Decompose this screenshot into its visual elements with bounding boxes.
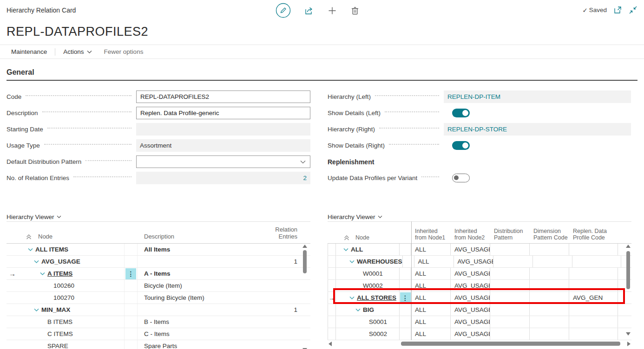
- node-cell[interactable]: 100260: [7, 280, 125, 291]
- description-cell[interactable]: Spare Parts: [138, 340, 257, 349]
- node-cell[interactable]: S0001: [336, 316, 400, 328]
- collapse-arrows-icon[interactable]: [629, 6, 637, 14]
- column-header-replen-data-profile-code[interactable]: Replen. Data Profile Code: [569, 228, 618, 241]
- inherited-node2-cell[interactable]: AVG_USAGE: [451, 304, 490, 316]
- column-header-inherited-node1[interactable]: Inherited from Node1: [411, 228, 451, 241]
- column-header-distribution-pattern[interactable]: Distribution Pattern: [490, 228, 530, 241]
- show-details-right-toggle[interactable]: [452, 141, 470, 150]
- table-row[interactable]: MIN_MAX1: [7, 304, 310, 316]
- node-cell[interactable]: ALL STORES: [336, 292, 400, 304]
- share-icon[interactable]: [304, 6, 314, 16]
- relation-entries-value[interactable]: 2: [136, 172, 310, 184]
- table-row[interactable]: ALL ITEMSAll Items: [7, 244, 310, 256]
- row-context-menu-button[interactable]: ⋮: [125, 268, 136, 279]
- table-row[interactable]: AVG_USAGE1: [7, 256, 310, 268]
- replen-data-profile-code-cell[interactable]: [572, 256, 621, 267]
- column-header-node[interactable]: Node: [355, 234, 369, 241]
- inherited-node2-cell[interactable]: AVG_USAGE: [451, 316, 490, 328]
- description-cell[interactable]: B - Items: [138, 316, 257, 328]
- node-label[interactable]: AVG_USAGE: [41, 258, 80, 265]
- table-row[interactable]: 100270Touring Bicycle (Item): [7, 292, 310, 304]
- row-context-menu-button[interactable]: ⋮: [400, 292, 411, 304]
- table-row[interactable]: W0002ALLAVG_USAGE: [328, 280, 631, 292]
- distribution-pattern-cell[interactable]: [490, 292, 530, 304]
- table-row[interactable]: W0001ALLAVG_USAGE: [328, 268, 631, 280]
- inherited-node1-cell[interactable]: ALL: [411, 280, 451, 291]
- node-label[interactable]: ALL: [351, 246, 363, 253]
- replen-data-profile-code-cell[interactable]: [569, 244, 618, 255]
- dropdown-caret-icon[interactable]: [300, 160, 306, 164]
- hierarchy-left-link[interactable]: REPLEN-DP-ITEM: [444, 90, 631, 103]
- inherited-node2-cell[interactable]: AVG_USAGE: [451, 292, 490, 304]
- edit-pencil-icon[interactable]: [276, 3, 291, 18]
- inherited-node2-cell[interactable]: AVG_USAGE: [451, 268, 490, 279]
- node-label[interactable]: B ITEMS: [47, 318, 72, 325]
- distribution-pattern-cell[interactable]: [490, 328, 530, 340]
- node-cell[interactable]: AVG_USAGE: [7, 256, 125, 267]
- node-label[interactable]: WAREHOUSES: [357, 258, 402, 265]
- inherited-node1-cell[interactable]: ALL: [411, 328, 451, 340]
- node-cell[interactable]: WAREHOUSES: [336, 256, 403, 267]
- description-cell[interactable]: [138, 304, 257, 316]
- scrollbar-thumb[interactable]: [626, 251, 630, 289]
- inherited-node1-cell[interactable]: ALL: [411, 244, 451, 255]
- tree-chevron-icon[interactable]: [355, 308, 361, 312]
- tree-chevron-icon[interactable]: [343, 248, 348, 252]
- general-heading[interactable]: General: [7, 68, 637, 81]
- collapse-all-icon[interactable]: [26, 234, 32, 240]
- description-input[interactable]: [136, 107, 310, 119]
- inherited-node2-cell[interactable]: AVG_USAGE: [451, 328, 490, 340]
- column-header-description[interactable]: Description: [138, 233, 257, 240]
- replen-data-profile-code-cell[interactable]: [569, 328, 618, 340]
- node-cell[interactable]: MIN_MAX: [7, 304, 125, 316]
- distribution-pattern-cell[interactable]: [490, 316, 530, 328]
- right-vertical-scrollbar[interactable]: [626, 244, 631, 336]
- dimension-pattern-code-cell[interactable]: [530, 304, 569, 316]
- scrollbar-thumb[interactable]: [401, 342, 620, 346]
- node-cell[interactable]: W0001: [336, 268, 400, 279]
- tree-chevron-icon[interactable]: [40, 272, 45, 276]
- column-header-dimension-pattern-code[interactable]: Dimension Pattern Code: [530, 228, 569, 241]
- dimension-pattern-code-cell[interactable]: [530, 328, 569, 340]
- tree-chevron-icon[interactable]: [34, 260, 39, 264]
- right-viewer-caption[interactable]: Hierarchy Viewer: [328, 212, 631, 221]
- menu-maintenance[interactable]: Maintenance: [11, 48, 47, 55]
- default-distribution-pattern-select[interactable]: [136, 155, 310, 168]
- delete-trash-icon[interactable]: [350, 6, 360, 16]
- inherited-node1-cell[interactable]: ALL: [414, 256, 454, 267]
- inherited-node1-cell[interactable]: ALL: [411, 292, 451, 304]
- tree-chevron-icon[interactable]: [349, 260, 355, 264]
- node-cell[interactable]: SPARE: [7, 340, 125, 349]
- dimension-pattern-code-cell[interactable]: [530, 292, 569, 304]
- node-cell[interactable]: BIG: [336, 304, 400, 316]
- node-cell[interactable]: ALL ITEMS: [7, 244, 125, 255]
- new-plus-icon[interactable]: [327, 6, 337, 16]
- node-label[interactable]: 100270: [53, 294, 74, 301]
- node-cell[interactable]: B ITEMS: [7, 316, 125, 328]
- replen-data-profile-code-cell[interactable]: [569, 268, 618, 279]
- node-label[interactable]: ALL STORES: [357, 294, 396, 301]
- update-data-profiles-toggle[interactable]: [452, 174, 470, 182]
- node-label[interactable]: SPARE: [47, 343, 68, 349]
- column-header-node[interactable]: Node: [38, 233, 53, 240]
- description-cell[interactable]: All Items: [138, 244, 257, 255]
- dimension-pattern-code-cell[interactable]: [533, 256, 572, 267]
- replen-data-profile-code-cell[interactable]: AVG_GEN: [569, 292, 618, 304]
- popout-window-icon[interactable]: [613, 6, 622, 14]
- dimension-pattern-code-cell[interactable]: [530, 268, 569, 279]
- table-row[interactable]: WAREHOUSESALLAVG_USAGE: [328, 256, 631, 268]
- left-vertical-scrollbar[interactable]: [302, 244, 307, 349]
- replen-data-profile-code-cell[interactable]: [569, 316, 618, 328]
- left-viewer-caption[interactable]: Hierarchy Viewer: [7, 212, 310, 221]
- inherited-node1-cell[interactable]: ALL: [411, 268, 451, 279]
- scrollbar-thumb[interactable]: [303, 250, 307, 273]
- description-cell[interactable]: Touring Bicycle (Item): [138, 292, 257, 304]
- replen-data-profile-code-cell[interactable]: [569, 280, 618, 291]
- scroll-left-icon[interactable]: [329, 342, 332, 346]
- tree-chevron-icon[interactable]: [28, 248, 33, 252]
- table-row[interactable]: C ITEMSC - Items: [7, 328, 310, 340]
- hierarchy-right-link[interactable]: REPLEN-DP-STORE: [444, 123, 631, 136]
- node-label[interactable]: 100260: [53, 282, 74, 289]
- node-cell[interactable]: S0002: [336, 328, 400, 340]
- tree-chevron-icon[interactable]: [349, 296, 355, 300]
